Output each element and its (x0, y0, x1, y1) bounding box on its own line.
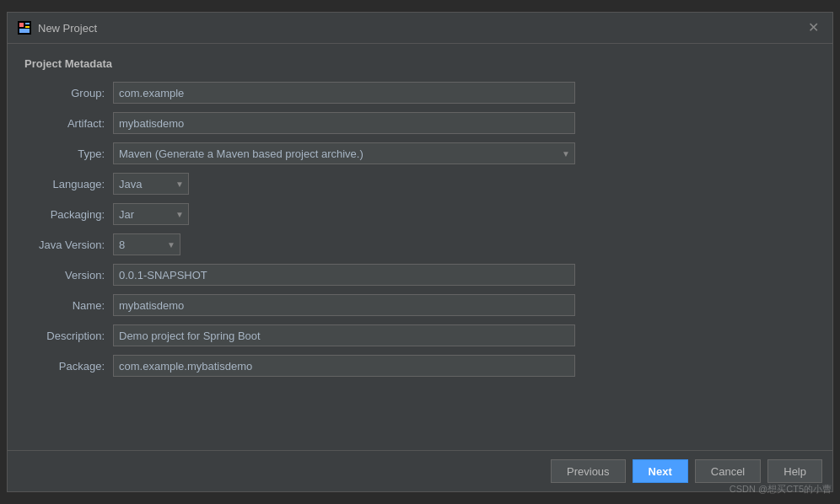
type-select-container: Maven (Generate a Maven based project ar… (113, 142, 575, 164)
java-version-select[interactable]: 8 11 17 21 (113, 233, 180, 255)
intellij-icon (18, 21, 31, 35)
java-version-row: Java Version: 8 11 17 21 ▼ (24, 233, 816, 255)
language-select[interactable]: Java Kotlin Groovy (113, 173, 189, 195)
group-input[interactable] (113, 82, 575, 104)
version-label: Version: (24, 269, 113, 281)
dialog-title: New Project (38, 22, 97, 35)
artifact-label: Artifact: (24, 117, 113, 130)
description-input[interactable] (113, 324, 575, 346)
packaging-select[interactable]: Jar War (113, 203, 189, 225)
language-row: Language: Java Kotlin Groovy ▼ (24, 173, 816, 195)
version-row: Version: (24, 264, 816, 286)
language-select-container: Java Kotlin Groovy ▼ (113, 173, 189, 195)
svg-rect-1 (19, 23, 24, 27)
name-row: Name: (24, 294, 816, 316)
version-input[interactable] (113, 264, 575, 286)
new-project-dialog: New Project ✕ Project Metadata Group: Ar… (7, 12, 833, 492)
close-button[interactable]: ✕ (805, 19, 822, 36)
next-button[interactable]: Next (633, 459, 688, 483)
dialog-footer: Previous Next Cancel Help (8, 450, 832, 491)
packaging-label: Packaging: (24, 208, 113, 221)
java-version-label: Java Version: (24, 239, 113, 251)
packaging-select-container: Jar War ▼ (113, 203, 189, 225)
title-bar: New Project ✕ (8, 13, 832, 44)
svg-rect-2 (25, 23, 30, 24)
type-select[interactable]: Maven (Generate a Maven based project ar… (113, 142, 575, 164)
name-label: Name: (24, 299, 113, 312)
type-row: Type: Maven (Generate a Maven based proj… (24, 142, 816, 164)
title-bar-left: New Project (18, 21, 97, 35)
group-row: Group: (24, 82, 816, 104)
description-label: Description: (24, 330, 113, 342)
svg-rect-3 (25, 26, 30, 28)
language-label: Language: (24, 178, 113, 190)
help-button[interactable]: Help (767, 459, 822, 483)
type-label: Type: (24, 147, 113, 160)
package-row: Package: (24, 355, 816, 377)
cancel-button[interactable]: Cancel (695, 459, 761, 483)
group-label: Group: (24, 87, 113, 99)
artifact-row: Artifact: (24, 112, 816, 134)
previous-button[interactable]: Previous (551, 459, 626, 483)
description-row: Description: (24, 324, 816, 346)
dialog-content: Project Metadata Group: Artifact: Type: … (8, 44, 832, 450)
package-label: Package: (24, 360, 113, 373)
package-input[interactable] (113, 355, 575, 377)
java-version-select-container: 8 11 17 21 ▼ (113, 233, 180, 255)
artifact-input[interactable] (113, 112, 575, 134)
section-title: Project Metadata (24, 57, 816, 70)
svg-rect-4 (19, 29, 30, 33)
packaging-row: Packaging: Jar War ▼ (24, 203, 816, 225)
name-input[interactable] (113, 294, 575, 316)
